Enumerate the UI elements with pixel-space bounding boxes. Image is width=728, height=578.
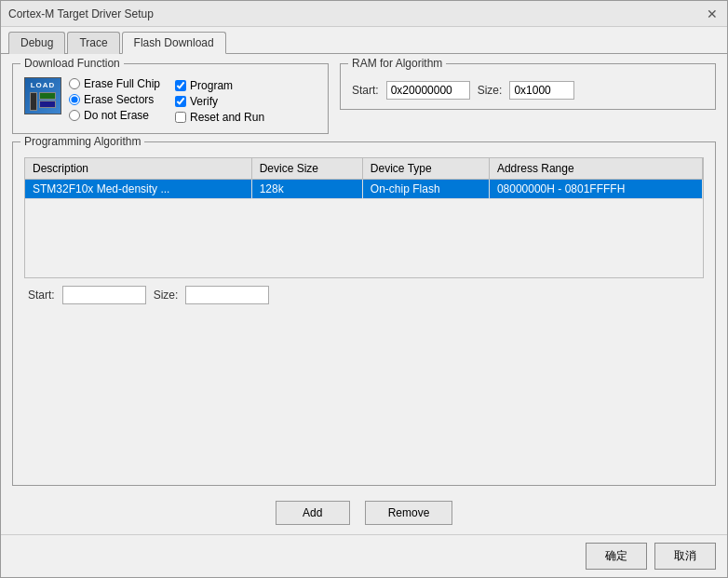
- checkbox-program: Program: [175, 79, 264, 92]
- algo-size-input[interactable]: [185, 286, 269, 304]
- cancel-button[interactable]: 取消: [654, 543, 716, 570]
- radio-erase-sectors-label: Erase Sectors: [84, 93, 154, 106]
- checkbox-reset-run-input[interactable]: [175, 112, 186, 123]
- radio-erase-full-chip: Erase Full Chip: [69, 77, 160, 90]
- title-bar: Cortex-M Target Driver Setup ✕: [1, 1, 727, 27]
- window-title: Cortex-M Target Driver Setup: [8, 7, 154, 20]
- cell-device-size: 128k: [251, 180, 362, 199]
- checkbox-group: Program Verify Reset and Run: [175, 79, 264, 124]
- radio-group: Erase Full Chip Erase Sectors Do not Era…: [69, 77, 160, 124]
- main-content: Download Function LOAD: [1, 54, 727, 534]
- programming-algorithm-group: Programming Algorithm Description Device…: [12, 141, 716, 486]
- button-row: Add Remove: [12, 501, 716, 525]
- ok-button[interactable]: 确定: [586, 543, 647, 570]
- algo-table: Description Device Size Device Type Addr…: [25, 158, 703, 199]
- ram-size-input[interactable]: [509, 81, 574, 100]
- cell-address-range: 08000000H - 0801FFFFH: [489, 180, 702, 199]
- checkbox-verify: Verify: [175, 95, 264, 108]
- close-button[interactable]: ✕: [705, 7, 720, 21]
- radio-erase-sectors: Erase Sectors: [69, 93, 160, 106]
- algo-start-size-row: Start: Size:: [24, 286, 704, 304]
- checkbox-reset-run: Reset and Run: [175, 111, 264, 124]
- download-function-title: Download Function: [20, 57, 124, 70]
- tab-bar: Debug Trace Flash Download: [1, 27, 727, 54]
- radio-do-not-erase-label: Do not Erase: [84, 109, 149, 122]
- radio-do-not-erase-input[interactable]: [69, 110, 80, 121]
- algo-start-label: Start:: [28, 289, 55, 302]
- algo-table-wrapper: Description Device Size Device Type Addr…: [24, 157, 704, 278]
- radio-erase-sectors-input[interactable]: [69, 94, 80, 105]
- tab-trace[interactable]: Trace: [67, 32, 119, 54]
- algo-start-input[interactable]: [62, 286, 146, 304]
- col-device-size: Device Size: [251, 158, 362, 180]
- checkbox-reset-run-label: Reset and Run: [190, 111, 264, 124]
- col-description: Description: [25, 158, 251, 180]
- checkbox-verify-input[interactable]: [175, 96, 186, 107]
- radio-do-not-erase: Do not Erase: [69, 109, 160, 122]
- radio-erase-full-chip-input[interactable]: [69, 78, 80, 89]
- cell-device-type: On-chip Flash: [362, 180, 489, 199]
- ram-row: Start: Size:: [352, 81, 704, 100]
- ram-start-label: Start:: [352, 84, 379, 97]
- ram-algorithm-group: RAM for Algorithm Start: Size:: [340, 63, 716, 110]
- load-icon-text: LOAD: [31, 81, 56, 89]
- main-window: Cortex-M Target Driver Setup ✕ Debug Tra…: [0, 0, 728, 578]
- radio-erase-full-chip-label: Erase Full Chip: [84, 77, 160, 90]
- add-button[interactable]: Add: [276, 501, 350, 525]
- ram-size-label: Size:: [478, 84, 503, 97]
- tab-flash-download[interactable]: Flash Download: [122, 32, 226, 54]
- checkbox-verify-label: Verify: [190, 95, 218, 108]
- programming-algorithm-title: Programming Algorithm: [20, 135, 144, 148]
- load-icon: LOAD: [24, 77, 61, 114]
- cell-description: STM32F10x Med-density ...: [25, 180, 251, 199]
- top-row: Download Function LOAD: [12, 63, 716, 134]
- bottom-bar: 确定 取消: [1, 534, 727, 577]
- table-row[interactable]: STM32F10x Med-density ... 128k On-chip F…: [25, 180, 703, 199]
- checkbox-program-label: Program: [190, 79, 233, 92]
- col-device-type: Device Type: [362, 158, 489, 180]
- algo-size-label: Size:: [154, 289, 179, 302]
- tab-debug[interactable]: Debug: [8, 32, 65, 54]
- options-container: Erase Full Chip Erase Sectors Do not Era…: [69, 77, 264, 124]
- col-address-range: Address Range: [489, 158, 702, 180]
- ram-algorithm-title: RAM for Algorithm: [348, 57, 446, 70]
- checkbox-program-input[interactable]: [175, 80, 186, 91]
- download-function-inner: LOAD Erase: [24, 77, 317, 124]
- ram-start-input[interactable]: [386, 81, 470, 100]
- download-function-group: Download Function LOAD: [12, 63, 329, 134]
- remove-button[interactable]: Remove: [365, 501, 453, 525]
